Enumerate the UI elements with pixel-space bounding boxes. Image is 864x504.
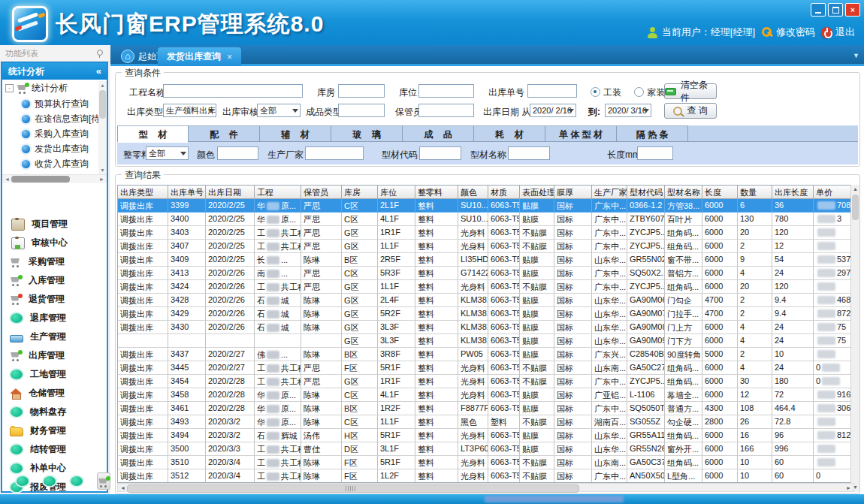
- table-row[interactable]: 调拨出库35102020/3/4工共工程陈琳F区5R1F整料光身料6063-T5…: [118, 456, 853, 469]
- sidebar-item-项目管理[interactable]: 项目管理: [2, 215, 107, 234]
- column-header-9[interactable]: 颜色: [458, 186, 488, 199]
- sidebar-item-工地管理[interactable]: 工地管理: [2, 365, 107, 384]
- sidebar-item-采购管理[interactable]: 采购管理: [2, 252, 107, 271]
- material-tab-7[interactable]: 单 体 型 材: [545, 125, 617, 142]
- date-to-picker[interactable]: 2020/ 3/16: [605, 104, 651, 117]
- material-tab-8[interactable]: 隔 热 条: [617, 125, 688, 142]
- column-header-10[interactable]: 材质: [488, 186, 520, 199]
- table-row[interactable]: 调拨出库33992020/2/25华原...严思C区2L1F整料SU10...6…: [118, 199, 853, 213]
- table-row[interactable]: 调拨出库35002020/3/3工共工程曹佳D区3L1F整料LT3P606063…: [118, 442, 853, 456]
- tree-item-2[interactable]: 在途信息查询[待: [2, 111, 107, 126]
- keeper-input[interactable]: [418, 104, 474, 117]
- material-tab-3[interactable]: 辅 材: [260, 125, 331, 142]
- tab-overflow-icon[interactable]: ▼: [853, 52, 859, 59]
- material-tab-4[interactable]: 玻 璃: [331, 125, 403, 142]
- table-row[interactable]: 调拨出库34452020/2/27工共工程严思F区5R1F整料光身料6063-T…: [118, 361, 853, 375]
- scrollbar-thumb[interactable]: [127, 484, 579, 493]
- scroll-right-icon[interactable]: ►: [846, 484, 851, 492]
- table-row[interactable]: 调拨出库34582020/2/28华原...陈琳C区4L1F整料光身料6063-…: [118, 388, 853, 402]
- length-input[interactable]: [637, 146, 673, 160]
- table-row[interactable]: 调拨出库34002020/2/25华原...严思C区4L1F整料SU10...6…: [118, 213, 853, 226]
- profile-code-input[interactable]: [419, 146, 461, 160]
- table-row[interactable]: 调拨出库34612020/2/28华原...陈琳B区1R2F整料F8877FT6…: [118, 402, 853, 415]
- product-type-input[interactable]: [338, 104, 385, 117]
- column-header-4[interactable]: 工程: [255, 186, 301, 199]
- quick-dot-icon-2[interactable]: [44, 476, 56, 486]
- material-tab-2[interactable]: 配 件: [189, 125, 260, 142]
- clear-conditions-button[interactable]: 清空条件: [664, 83, 717, 99]
- column-header-3[interactable]: 出库日期: [206, 186, 255, 199]
- close-button[interactable]: ×: [845, 3, 860, 17]
- table-row[interactable]: 调拨出库34072020/2/25工共工程严思G区1L1F整料光身料6063-T…: [118, 240, 853, 253]
- tree-vertical-scrollbar[interactable]: ▲ ▼: [98, 81, 107, 174]
- table-row[interactable]: 调拨出库34242020/2/26工共工程严思G区1L1F整料光身料6063-T…: [118, 280, 853, 294]
- column-header-8[interactable]: 整零料: [415, 186, 458, 199]
- table-row[interactable]: 调拨出库34292020/2/26石城陈琳G区5R2F整料KLM38176063…: [118, 307, 853, 321]
- date-from-picker[interactable]: 2020/ 2/16: [530, 104, 576, 117]
- table-row[interactable]: 调拨出库34282020/2/26石城陈琳G区2L4F整料KLM38176063…: [118, 294, 853, 307]
- tree-item-1[interactable]: 预算执行查询: [2, 96, 107, 111]
- sidebar-section-header[interactable]: 统计分析 «: [2, 63, 107, 80]
- radio-gongzhuang[interactable]: 工装: [591, 87, 621, 98]
- logout-button[interactable]: 退出: [821, 26, 855, 39]
- scroll-right-icon[interactable]: ►: [99, 175, 104, 183]
- project-name-input[interactable]: [163, 84, 303, 98]
- material-tab-1[interactable]: 型 材: [117, 125, 189, 143]
- location-input[interactable]: [418, 84, 474, 98]
- quick-dot-icon-3[interactable]: [71, 476, 83, 486]
- scroll-left-icon[interactable]: ◄: [5, 175, 10, 183]
- tree-item-4[interactable]: 发货出库查询: [2, 141, 107, 156]
- scroll-up-icon[interactable]: ▲: [98, 81, 107, 89]
- tree-item-3[interactable]: 采购入库查询: [2, 126, 107, 141]
- order-no-input[interactable]: [527, 84, 577, 98]
- table-row[interactable]: 调拨出库34372020/2/27佛...陈琳B区3R8F整料PW056063-…: [118, 348, 853, 361]
- color-input[interactable]: [217, 146, 258, 160]
- table-row[interactable]: 调拨出库34092020/2/25长...陈琳B区2R5F整料LI35HD606…: [118, 253, 853, 267]
- out-type-select[interactable]: 生产领料出库: [163, 104, 216, 117]
- table-row[interactable]: 调拨出库35122020/3/4工共工程陈琳F区1L2F整料光身料6063-T5…: [118, 469, 853, 483]
- manufacturer-input[interactable]: [305, 146, 364, 160]
- column-header-15[interactable]: 型材名称: [665, 186, 702, 199]
- column-header-1[interactable]: 出库类型: [118, 186, 168, 199]
- profile-name-input[interactable]: [508, 146, 550, 160]
- scrollbar-thumb[interactable]: [99, 90, 106, 119]
- table-row[interactable]: 调拨出库34942020/3/2石辉城汤伟H区5R1F整料光身料6063-T5贴…: [118, 429, 853, 442]
- tree-horizontal-scrollbar[interactable]: ◄ ►: [2, 174, 107, 183]
- table-horizontal-scrollbar[interactable]: ◄ ►: [117, 483, 854, 492]
- search-button[interactable]: 查 询: [664, 103, 717, 119]
- change-password-button[interactable]: 修改密码: [761, 26, 815, 39]
- quick-dot-icon-1[interactable]: [17, 476, 29, 486]
- warehouse-input[interactable]: [338, 84, 385, 98]
- quick-cart-button[interactable]: [97, 472, 110, 490]
- scroll-down-icon[interactable]: ▼: [98, 166, 107, 174]
- sidebar-item-退库管理[interactable]: 退库管理: [2, 309, 107, 327]
- tree-expander-icon[interactable]: -: [5, 84, 14, 92]
- pin-icon[interactable]: [97, 50, 103, 56]
- table-row[interactable]: 调拨出库34032020/2/25工共工程严思G区1R1F整料光身料6063-T…: [118, 226, 853, 240]
- audit-select[interactable]: 全部: [257, 104, 301, 117]
- sidebar-item-出库管理[interactable]: 出库管理: [2, 346, 107, 365]
- sidebar-item-仓储管理[interactable]: 仓储管理: [2, 384, 107, 403]
- material-tab-6[interactable]: 耗 材: [474, 125, 545, 142]
- radio-jiazhuang[interactable]: 家装: [634, 87, 665, 98]
- sidebar-item-入库管理[interactable]: 入库管理: [2, 271, 107, 290]
- material-tab-5[interactable]: 成 品: [403, 125, 474, 142]
- table-row[interactable]: 调拨出库34132020/2/26南...严思C区5R3F整料G71422606…: [118, 267, 853, 280]
- table-vertical-scrollbar[interactable]: ▲ ▼: [850, 185, 859, 492]
- column-header-16[interactable]: 长度: [702, 186, 738, 199]
- tree-item-5[interactable]: 收货入库查询: [2, 156, 107, 171]
- sidebar-item-物料盘存[interactable]: 物料盘存: [2, 403, 107, 421]
- column-header-6[interactable]: 库房: [342, 186, 378, 199]
- collapse-icon[interactable]: «: [96, 63, 101, 80]
- sidebar-item-退货管理[interactable]: 退货管理: [2, 290, 107, 309]
- tab-close-icon[interactable]: ×: [227, 52, 232, 62]
- column-header-5[interactable]: 保管员: [301, 186, 342, 199]
- column-header-2[interactable]: 出库单号: [168, 186, 206, 199]
- minimize-button[interactable]: [811, 3, 826, 17]
- column-header-7[interactable]: 库位: [378, 186, 415, 199]
- scroll-up-icon[interactable]: ▲: [851, 185, 859, 194]
- scrollbar-thumb[interactable]: [11, 176, 70, 183]
- column-header-11[interactable]: 表面处理: [520, 186, 554, 199]
- table-row[interactable]: 调拨出库34302020/2/26石城陈琳G区3L3F整料KLM38176063…: [118, 321, 853, 334]
- sidebar-item-生产管理[interactable]: 生产管理: [2, 327, 107, 346]
